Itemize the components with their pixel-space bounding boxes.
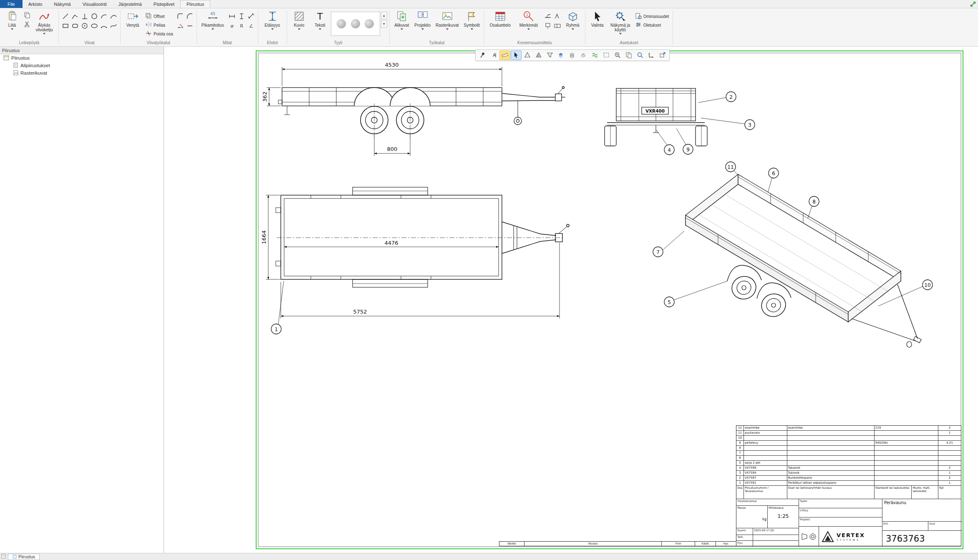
diameter-dim-icon[interactable]: ⌀ (227, 21, 237, 30)
group-button[interactable]: Ryhmä (563, 9, 583, 30)
gallery-down-button[interactable]: ▼ (381, 20, 387, 28)
datum-symbol-icon[interactable] (543, 21, 552, 30)
filter-icon[interactable] (544, 50, 555, 60)
tab-jarjestelma[interactable]: Järjestelmä (113, 0, 148, 8)
hatch-triangle-icon[interactable] (533, 50, 544, 60)
ribbon-group-mitat: 45 Pikamitoitus ⌀ R ∠ Mitat (197, 8, 258, 46)
svg-text:R: R (240, 23, 243, 29)
offset-button[interactable]: Offset (144, 13, 175, 20)
text-button[interactable]: T Teksti (310, 9, 330, 30)
tree-item-alipiirustukset[interactable]: Alipiirustukset (0, 62, 164, 69)
cut-button[interactable] (23, 20, 31, 28)
pin-icon[interactable] (477, 50, 488, 60)
ellipse-tool-icon[interactable] (90, 21, 99, 30)
drawing-canvas[interactable]: 4530 362 800 (164, 47, 978, 553)
surface-symbol-icon[interactable] (553, 12, 562, 21)
horizontal-dim-icon[interactable] (227, 12, 237, 21)
chamfer-tool-icon[interactable] (185, 12, 194, 21)
copy-button[interactable] (23, 11, 31, 19)
uusi-cell: Uusi (928, 522, 962, 531)
tab-arkisto[interactable]: Arkisto (23, 0, 48, 8)
mirror-button[interactable]: Peilaa (144, 21, 175, 29)
weld-symbol-icon[interactable] (543, 12, 552, 21)
extend-tool-icon[interactable] (176, 21, 185, 30)
tangent-arc-icon[interactable] (109, 12, 118, 21)
defaults-button[interactable]: Oletukset (633, 21, 671, 29)
spline-tool-icon[interactable] (109, 21, 118, 30)
quick-dimension-button[interactable]: 45 Pikamitoitus (199, 9, 227, 30)
tolerance-symbol-icon[interactable] (553, 21, 562, 30)
hatch-button[interactable]: Kuvio (289, 9, 309, 30)
aligned-dim-icon[interactable] (247, 12, 256, 21)
share-view-icon[interactable] (657, 50, 668, 60)
zoom-in-icon[interactable] (612, 50, 623, 60)
ribbon: Liitä Älykäs viivaketju Leikepöytä (0, 8, 978, 47)
marquee-icon[interactable] (601, 50, 612, 60)
radius-dim-icon[interactable]: R (237, 21, 246, 30)
line-tool-icon[interactable] (61, 12, 70, 21)
projection-button[interactable]: Projektio (413, 9, 433, 30)
paste-button[interactable]: Liitä (2, 9, 22, 30)
circle-tool-icon[interactable] (90, 12, 99, 21)
layers-front-icon[interactable] (556, 50, 567, 60)
distance-constraint-button[interactable]: Etäisyys (260, 9, 285, 30)
tree-item-rasterikuvat[interactable]: Rasterikuvat (0, 69, 164, 77)
arc-tool-icon[interactable] (99, 12, 108, 21)
smart-polyline-button[interactable]: Älykäs viivaketju (32, 9, 56, 35)
curves-icon[interactable] (590, 50, 600, 60)
annotations-button[interactable]: 1 Merkinnät (515, 9, 542, 30)
trim-button[interactable]: Poista osa (144, 30, 175, 38)
style-swatch-2[interactable] (351, 19, 360, 28)
tab-file[interactable]: File (0, 0, 23, 8)
measure-icon[interactable] (499, 50, 510, 60)
callout-6: 6 (772, 171, 775, 176)
rounded-rect-tool-icon[interactable] (71, 21, 80, 30)
plan-dim-width: 1664 (261, 230, 267, 244)
select-cursor-icon[interactable] (511, 50, 522, 60)
ent-cell: Ent. (882, 522, 928, 531)
style-swatch-3[interactable] (365, 19, 374, 28)
view-and-use-button[interactable]: Näkymä ja käyttö (608, 9, 633, 35)
break-tool-icon[interactable] (185, 21, 194, 30)
vertical-dim-icon[interactable] (237, 12, 246, 21)
angle-dim-icon[interactable]: ∠ (247, 21, 256, 30)
parts-list: 12osanimikeosanimike2192 11puutavara1 10… (736, 426, 961, 486)
style-swatch-1[interactable] (337, 19, 346, 28)
style-gallery[interactable] (331, 12, 380, 36)
tree-root-piirustus[interactable]: Piirustus (0, 54, 164, 62)
raster-images-button[interactable]: Rasterikuvat (434, 9, 461, 30)
projection-dropdown-icon (421, 28, 424, 30)
hatch-icon (293, 10, 305, 22)
arc-3pt-icon[interactable] (99, 21, 108, 30)
quick-dimension-icon: 45 (207, 10, 219, 22)
annotate-icon[interactable]: A (488, 50, 499, 60)
status-tab-piirustus[interactable]: Piirustus (8, 554, 40, 560)
triangle-icon[interactable] (522, 50, 533, 60)
layers-back-icon[interactable] (578, 50, 589, 60)
stretch-button[interactable]: Venytä (123, 9, 143, 28)
symbols-button[interactable]: Symbolit (462, 9, 482, 30)
rectangle-tool-icon[interactable] (61, 21, 70, 30)
layers-icon[interactable] (567, 50, 578, 60)
plan-dim-inner: 4476 (384, 240, 398, 246)
subdrawings-button[interactable]: Alikuvat (392, 9, 412, 30)
annotations-label: Merkinnät (519, 23, 538, 28)
clipboard-copy-icon[interactable] (623, 50, 634, 60)
circle-center-icon[interactable] (80, 21, 89, 30)
axes-icon[interactable] (646, 50, 657, 60)
tab-piirustus[interactable]: Piirustus (180, 0, 210, 8)
resize-handle-icon[interactable] (970, 1, 976, 9)
parts-list-button[interactable]: Osaluettelo (486, 9, 514, 28)
tab-visualisointi[interactable]: Visualisointi (77, 0, 113, 8)
perpendicular-line-icon[interactable] (80, 12, 89, 21)
parts-row: 5sarja 2 pkt (736, 461, 961, 466)
zoom-window-icon[interactable] (635, 50, 645, 60)
tab-nakyma[interactable]: Näkymä (48, 0, 76, 8)
selection-button[interactable]: Valinta (587, 9, 607, 28)
gallery-up-button[interactable]: ▲ (381, 12, 387, 19)
polyline-tool-icon[interactable] (71, 12, 80, 21)
properties-button[interactable]: Ominaisuudet (633, 13, 671, 20)
tab-pistepilvet[interactable]: Pistepilvet (148, 0, 180, 8)
callout-11: 11 (727, 164, 734, 170)
fillet-tool-icon[interactable] (176, 12, 185, 21)
